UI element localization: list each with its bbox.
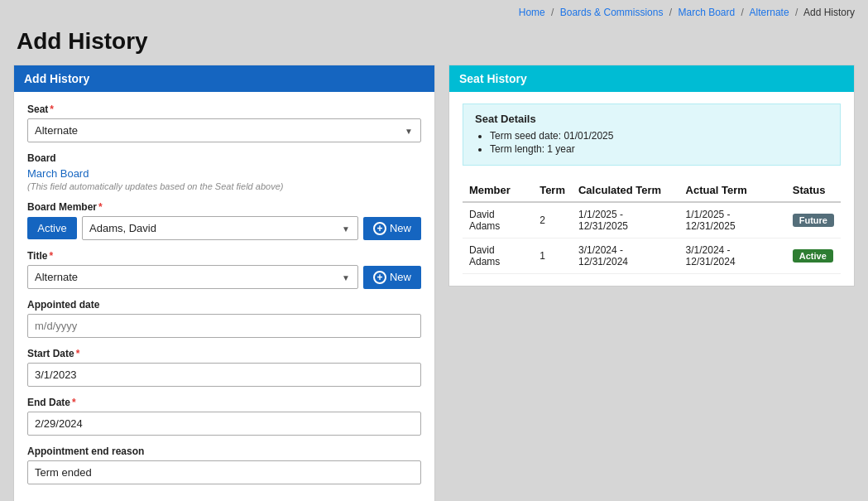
col-status: Status <box>786 179 841 202</box>
col-member: Member <box>463 179 533 202</box>
breadcrumb-boards[interactable]: Boards & Commissions <box>560 7 664 18</box>
row2-actual-term: 3/1/2024 - 12/31/2024 <box>679 238 786 274</box>
board-label: Board <box>27 152 421 164</box>
board-member-field-group: Board Member* Active Adams, David + New <box>27 201 421 240</box>
row1-status: Future <box>786 202 841 238</box>
add-history-form: Seat* Alternate Board March Board (This … <box>14 92 434 501</box>
appointed-date-field-group: Appointed date <box>27 299 421 338</box>
end-date-required: * <box>72 397 76 408</box>
seat-select-wrapper: Alternate <box>27 118 421 142</box>
start-date-label: Start Date* <box>27 348 421 359</box>
status-badge-future: Future <box>793 214 834 227</box>
row2-term: 1 <box>533 238 572 274</box>
seat-details-list: Term seed date: 01/01/2025 Term length: … <box>475 130 828 155</box>
board-member-select-wrapper: Adams, David <box>82 216 358 240</box>
row1-member: David Adams <box>463 202 533 238</box>
end-date-field-group: End Date* <box>27 397 421 436</box>
new-circle-icon-2: + <box>373 271 386 284</box>
row1-term: 2 <box>533 202 572 238</box>
row2-status: Active <box>786 238 841 274</box>
history-table-header-row: Member Term Calculated Term Actual Term … <box>463 179 841 202</box>
board-note: (This field automatically updates based … <box>27 181 421 191</box>
status-badge-active: Active <box>793 249 833 263</box>
breadcrumb: Home / Boards & Commissions / March Boar… <box>0 0 868 22</box>
title-new-button[interactable]: + New <box>363 266 421 289</box>
board-member-select[interactable]: Adams, David <box>82 216 358 240</box>
add-history-panel: Add History Seat* Alternate Board March … <box>13 65 435 501</box>
board-value: March Board <box>27 167 421 180</box>
seat-details-title: Seat Details <box>475 113 828 125</box>
row1-actual-term: 1/1/2025 - 12/31/2025 <box>679 202 786 238</box>
title-row: Alternate + New <box>27 265 421 289</box>
board-member-required: * <box>98 201 103 213</box>
seat-required: * <box>50 104 54 115</box>
breadcrumb-current: Add History <box>803 7 855 18</box>
col-actual-term: Actual Term <box>679 179 786 202</box>
seat-select[interactable]: Alternate <box>27 118 421 142</box>
breadcrumb-home[interactable]: Home <box>519 7 545 18</box>
row1-calculated-term: 1/1/2025 - 12/31/2025 <box>572 202 679 238</box>
breadcrumb-sep-4: / <box>795 7 798 18</box>
new-circle-icon-1: + <box>373 222 386 235</box>
seat-history-header: Seat History <box>449 65 854 92</box>
row2-calculated-term: 3/1/2024 - 12/31/2024 <box>572 238 679 274</box>
board-member-new-button[interactable]: + New <box>363 217 421 240</box>
col-term: Term <box>533 179 572 202</box>
seat-field-group: Seat* Alternate <box>27 104 421 142</box>
board-field-group: Board March Board (This field automatica… <box>27 152 421 191</box>
end-date-label: End Date* <box>27 397 421 408</box>
end-date-input[interactable] <box>27 412 421 436</box>
start-date-required: * <box>76 348 80 359</box>
seat-details-item-2: Term length: 1 year <box>490 143 828 155</box>
breadcrumb-alternate[interactable]: Alternate <box>750 7 789 18</box>
seat-label: Seat* <box>27 104 421 115</box>
title-label: Title* <box>27 250 421 262</box>
appointment-end-reason-label: Appointment end reason <box>27 446 421 457</box>
history-table: Member Term Calculated Term Actual Term … <box>463 179 841 274</box>
table-row: David Adams 2 1/1/2025 - 12/31/2025 1/1/… <box>463 202 841 238</box>
breadcrumb-sep-2: / <box>669 7 672 18</box>
title-select[interactable]: Alternate <box>27 265 358 289</box>
title-select-wrapper: Alternate <box>27 265 358 289</box>
main-layout: Add History Seat* Alternate Board March … <box>0 65 868 501</box>
start-date-input[interactable] <box>27 363 421 387</box>
seat-details-item-1: Term seed date: 01/01/2025 <box>490 130 828 142</box>
title-required: * <box>49 250 53 262</box>
board-member-row: Active Adams, David + New <box>27 216 421 240</box>
breadcrumb-sep-1: / <box>551 7 554 18</box>
seat-history-body: Seat Details Term seed date: 01/01/2025 … <box>449 92 854 286</box>
start-date-field-group: Start Date* <box>27 348 421 387</box>
board-member-new-label: New <box>390 222 411 234</box>
seat-history-panel: Seat History Seat Details Term seed date… <box>448 65 855 287</box>
title-field-group: Title* Alternate + New <box>27 250 421 289</box>
page-title: Add History <box>0 22 868 65</box>
history-table-body: David Adams 2 1/1/2025 - 12/31/2025 1/1/… <box>463 202 841 274</box>
appointment-end-reason-input[interactable] <box>27 460 421 484</box>
title-new-label: New <box>390 271 411 283</box>
row2-member: David Adams <box>463 238 533 274</box>
appointed-date-label: Appointed date <box>27 299 421 311</box>
add-history-panel-header: Add History <box>14 65 434 92</box>
active-button[interactable]: Active <box>27 217 77 239</box>
board-member-label: Board Member* <box>27 201 421 213</box>
col-calculated-term: Calculated Term <box>572 179 679 202</box>
appointment-end-reason-field-group: Appointment end reason <box>27 446 421 484</box>
breadcrumb-march-board[interactable]: March Board <box>679 7 736 18</box>
seat-details-box: Seat Details Term seed date: 01/01/2025 … <box>463 104 841 166</box>
history-table-head: Member Term Calculated Term Actual Term … <box>463 179 841 202</box>
breadcrumb-sep-3: / <box>741 7 744 18</box>
appointed-date-input[interactable] <box>27 314 421 338</box>
table-row: David Adams 1 3/1/2024 - 12/31/2024 3/1/… <box>463 238 841 274</box>
